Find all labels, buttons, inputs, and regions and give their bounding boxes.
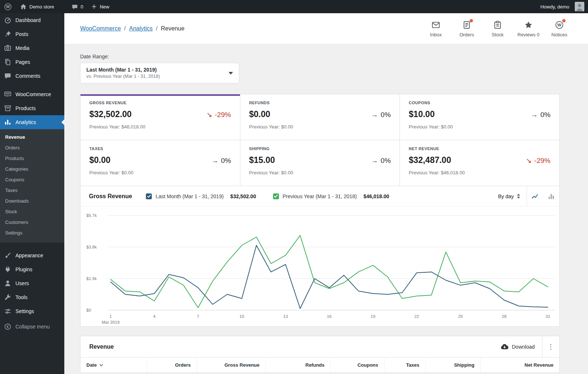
sidebar-subitem-settings[interactable]: Settings (0, 228, 64, 238)
sidebar-item-woocommerce[interactable]: WooCommerce (0, 87, 64, 101)
card-label: COUPONS (409, 101, 551, 105)
svg-text:W: W (6, 4, 10, 9)
sidebar-item-tools[interactable]: Tools (0, 290, 64, 304)
sidebar-subitem-categories[interactable]: Categories (0, 164, 64, 174)
bar-chart-toggle-button[interactable] (543, 186, 559, 207)
card-value: $15.00 (249, 155, 275, 165)
comments-shortcut[interactable]: 0 (68, 0, 87, 13)
sidebar-item-posts[interactable]: Posts (0, 27, 64, 41)
column-header-net-revenue[interactable]: Net Revenue (480, 357, 559, 373)
sidebar-subitem-taxes[interactable]: Taxes (0, 185, 64, 196)
table-column-headers: Date Orders Gross Revenue Refunds Coupon… (80, 357, 559, 373)
column-header-date[interactable]: Date (80, 357, 147, 373)
tab-stock[interactable]: Stock (482, 13, 513, 44)
avatar[interactable] (575, 2, 584, 11)
sidebar-subitem-downloads[interactable]: Downloads (0, 196, 64, 206)
sidebar-item-appearance[interactable]: Appearance (0, 248, 64, 262)
account-menu[interactable]: Howdy, demo (536, 0, 573, 13)
column-header-refunds[interactable]: Refunds (265, 357, 330, 373)
card-delta: -29% (215, 111, 231, 119)
summary-card-shipping[interactable]: SHIPPING $15.00 →0% Previous Year: $0.00 (240, 140, 400, 186)
sidebar-item-dashboard[interactable]: Dashboard (0, 13, 64, 27)
sidebar-subitem-customers[interactable]: Customers (0, 217, 64, 228)
date-range-label: Date Range: (80, 54, 588, 59)
trend-flat-icon: → (531, 111, 538, 119)
tab-notices[interactable]: W Notices (544, 13, 575, 44)
sidebar-item-users[interactable]: Users (0, 276, 64, 290)
dashboard-icon (4, 17, 11, 24)
sidebar-item-analytics[interactable]: Analytics (0, 115, 64, 129)
products-icon (4, 105, 11, 112)
trend-flat-icon: → (371, 157, 378, 165)
download-label: Download (512, 344, 535, 350)
column-header-gross-revenue[interactable]: Gross Revenue (197, 357, 265, 373)
card-label: NET REVENUE (409, 146, 551, 151)
summary-card-coupons[interactable]: COUPONS $10.00 →0% Previous Year: $0.00 (400, 94, 559, 140)
svg-text:$3.8k: $3.8k (86, 245, 97, 249)
bar-chart-icon (547, 192, 555, 200)
column-header-coupons[interactable]: Coupons (330, 357, 384, 373)
kebab-menu-button[interactable]: ⋮ (542, 336, 559, 357)
site-name-link[interactable]: Demo store (16, 0, 58, 13)
svg-text:10: 10 (240, 314, 244, 319)
analytics-icon (4, 119, 11, 126)
sidebar-item-settings[interactable]: Settings (0, 304, 64, 318)
collapse-menu-label: Collapse menu (15, 324, 50, 330)
card-value: $0.00 (89, 155, 111, 165)
column-header-shipping[interactable]: Shipping (425, 357, 480, 373)
table-title: Revenue (89, 344, 114, 350)
sidebar-item-label: Appearance (15, 253, 43, 258)
svg-text:19: 19 (371, 314, 376, 319)
breadcrumb-link-woocommerce[interactable]: WooCommerce (80, 25, 121, 32)
unread-dot (470, 19, 473, 22)
column-header-orders[interactable]: Orders (147, 357, 197, 373)
tab-orders[interactable]: Orders (451, 13, 482, 44)
interval-select[interactable]: By day (498, 193, 520, 199)
sidebar-item-products[interactable]: Products (0, 101, 64, 115)
line-chart-toggle-button[interactable] (527, 186, 543, 207)
svg-text:13: 13 (283, 314, 288, 319)
sidebar-item-label: Plugins (15, 266, 32, 272)
summary-card-net-revenue[interactable]: NET REVENUE $32,487.00 ↘-29% Previous Ye… (400, 140, 559, 186)
download-button[interactable]: Download (493, 336, 542, 357)
sidebar-subitem-coupons[interactable]: Coupons (0, 174, 64, 185)
card-previous: Previous Year: $46,018.00 (89, 124, 231, 130)
card-previous: Previous Year: $0.00 (249, 124, 391, 130)
revenue-line-chart[interactable]: $0$1.9k$3.8k$5.7k1471013161922252831Mar … (80, 210, 559, 326)
sidebar-subitem-stock[interactable]: Stock (0, 206, 64, 217)
legend-previous-year[interactable]: Previous Year (Mar 1 - 31, 2018) $46,018… (273, 193, 389, 199)
legend-total: $46,018.00 (363, 193, 389, 199)
comment-bubble-icon (72, 4, 78, 10)
sidebar-subitem-revenue[interactable]: Revenue (0, 132, 64, 142)
card-delta: 0% (221, 157, 231, 165)
admin-sidebar: Dashboard Posts Media Pages Comments Woo… (0, 13, 64, 374)
collapse-menu-button[interactable]: Collapse menu (0, 320, 64, 334)
sidebar-item-plugins[interactable]: Plugins (0, 262, 64, 276)
date-range-select[interactable]: Last Month (Mar 1 - 31, 2019) vs. Previo… (80, 63, 239, 83)
tab-label: Reviews 0 (517, 32, 539, 37)
column-header-taxes[interactable]: Taxes (384, 357, 425, 373)
summary-card-refunds[interactable]: REFUNDS $0.00 →0% Previous Year: $0.00 (240, 94, 400, 140)
tab-label: Stock (492, 32, 504, 37)
sidebar-item-pages[interactable]: Pages (0, 55, 64, 69)
tab-label: Orders (459, 32, 474, 37)
new-content-menu[interactable]: New (87, 0, 113, 13)
tab-reviews[interactable]: Reviews 0 (513, 13, 544, 44)
summary-card-taxes[interactable]: TAXES $0.00 →0% Previous Year: $0.00 (80, 140, 240, 186)
sidebar-subitem-orders[interactable]: Orders (0, 142, 64, 153)
legend-last-month[interactable]: Last Month (Mar 1 - 31, 2019) $32,502.00 (146, 193, 256, 199)
trend-flat-icon: → (371, 111, 378, 119)
comments-icon (4, 72, 11, 80)
tab-inbox[interactable]: Inbox (420, 13, 451, 44)
breadcrumb-link-analytics[interactable]: Analytics (129, 25, 153, 32)
media-icon (4, 44, 11, 52)
sidebar-item-media[interactable]: Media (0, 41, 64, 55)
sidebar-item-label: Pages (15, 59, 30, 65)
wordpress-menu[interactable]: W (0, 0, 16, 13)
summary-card-gross-revenue[interactable]: GROSS REVENUE $32,502.00 ↘-29% Previous … (80, 94, 240, 140)
card-value: $10.00 (409, 109, 434, 119)
date-range-selected: Last Month (Mar 1 - 31, 2019) (86, 67, 224, 73)
sidebar-item-comments[interactable]: Comments (0, 69, 64, 83)
posts-icon (4, 30, 11, 38)
sidebar-subitem-products[interactable]: Products (0, 153, 64, 164)
